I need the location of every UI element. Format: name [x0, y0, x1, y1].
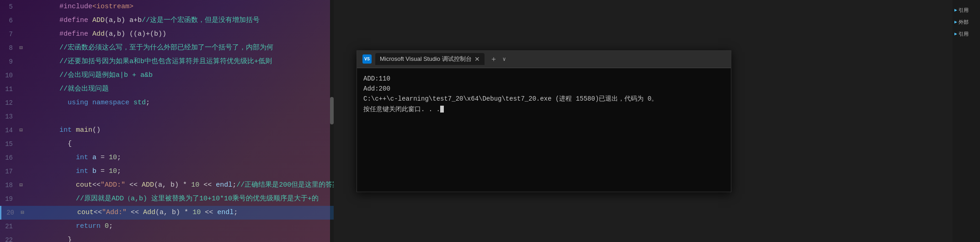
fold-8: ⊟ — [17, 41, 25, 55]
code-line-22: 22 } — [0, 233, 334, 242]
terminal-titlebar: VS Microsoft Visual Studio 调试控制台 ✕ ＋ ∨ — [357, 51, 731, 68]
line-num-12: 12 — [0, 96, 17, 110]
sidebar-btn-external[interactable]: ▶ 外部 — [953, 16, 975, 27]
terminal-cursor — [440, 106, 444, 113]
line-num-19: 19 — [0, 192, 17, 206]
sidebar-label-1: 引用 — [959, 7, 969, 14]
line-num-8: 8 — [0, 41, 17, 55]
code-text-22: } — [25, 220, 72, 242]
line-num-15: 15 — [0, 137, 17, 151]
line-num-17: 17 — [0, 165, 17, 178]
terminal-output-5: 按任意键关闭此窗口. . . — [363, 104, 724, 114]
line-num-21: 21 — [0, 220, 17, 233]
line-num-7: 7 — [0, 27, 17, 41]
sidebar-label-2: 外部 — [959, 19, 969, 26]
line-num-9: 9 — [0, 55, 17, 69]
terminal-chevron-button[interactable]: ∨ — [503, 56, 506, 63]
code-line-12: 12 using namespace std; — [0, 96, 334, 110]
sidebar-btn-run-2[interactable]: ▶ 引用 — [953, 28, 975, 39]
line-num-18: 18 — [0, 178, 17, 192]
play-icon-1: ▶ — [954, 7, 957, 13]
terminal-window: VS Microsoft Visual Studio 调试控制台 ✕ ＋ ∨ A… — [357, 50, 731, 192]
sidebar-btn-run-1[interactable]: ▶ 引用 — [953, 5, 975, 16]
code-editor: 5 #include<iostream> 6 #define ADD(a,b) … — [0, 0, 334, 242]
play-icon-2: ▶ — [954, 19, 957, 25]
terminal-close-button[interactable]: ✕ — [474, 56, 480, 62]
code-content: 5 #include<iostream> 6 #define ADD(a,b) … — [0, 0, 334, 242]
terminal-body: ADD:110 Add:200 C:\c++\c-learning\test7_… — [357, 68, 731, 192]
line-num-5: 5 — [0, 0, 17, 14]
terminal-tab: Microsoft Visual Studio 调试控制台 ✕ — [375, 53, 485, 65]
line-num-6: 6 — [0, 14, 17, 27]
line-num-22: 22 — [0, 233, 17, 242]
right-area: VS Microsoft Visual Studio 调试控制台 ✕ ＋ ∨ A… — [334, 0, 980, 242]
line-num-11: 11 — [0, 82, 17, 96]
line-num-20: 20 — [1, 206, 19, 220]
line-num-14: 14 — [0, 124, 17, 137]
terminal-output-2: Add:200 — [363, 84, 724, 94]
terminal-output-1: ADD:110 — [363, 74, 724, 84]
terminal-add-tab-button[interactable]: ＋ — [488, 54, 499, 64]
fold-14: ⊟ — [17, 124, 25, 137]
sidebar-right: ▶ 引用 ▶ 外部 ▶ 引用 — [953, 0, 980, 242]
play-icon-3: ▶ — [954, 31, 957, 37]
line-num-13: 13 — [0, 110, 17, 124]
line-num-16: 16 — [0, 151, 17, 165]
fold-18: ⊟ — [17, 178, 25, 192]
line-num-10: 10 — [0, 69, 17, 82]
terminal-title: Microsoft Visual Studio 调试控制台 — [380, 55, 472, 63]
terminal-output-4: C:\c++\c-learning\test7_20\x64\Debug\tes… — [363, 94, 724, 104]
terminal-app-icon: VS — [362, 54, 372, 64]
sidebar-label-3: 引用 — [959, 31, 969, 38]
